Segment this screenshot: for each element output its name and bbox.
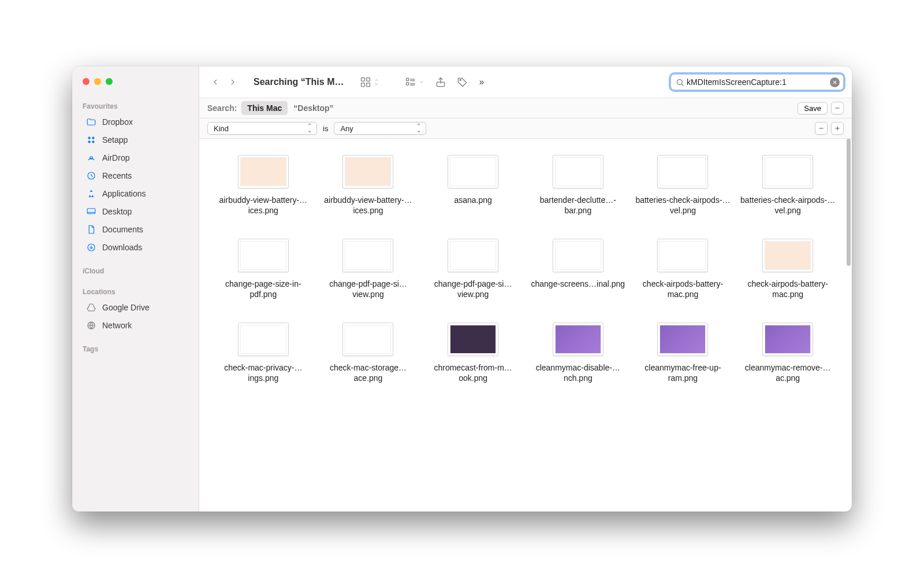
file-name-label: change-pdf-page-si…view.png (424, 279, 522, 299)
forward-button[interactable] (225, 74, 241, 90)
file-thumbnail (553, 239, 603, 272)
file-thumbnail (657, 155, 708, 188)
file-item[interactable]: check-airpods-battery-mac.png (739, 239, 837, 299)
view-chevron-icon (374, 78, 379, 87)
finder-window: FavouritesDropboxSetappAirDropRecentsApp… (72, 66, 852, 512)
window-controls (72, 72, 199, 95)
search-scope-thismac[interactable]: This Mac (241, 101, 288, 115)
add-criteria-button[interactable] (831, 122, 844, 135)
file-item[interactable]: cleanmymac-free-up-ram.png (634, 323, 732, 383)
remove-criteria-button[interactable] (815, 122, 828, 135)
sidebar-item-google-drive[interactable]: Google Drive (76, 299, 195, 316)
zoom-window-button[interactable] (106, 78, 113, 85)
sidebar-section-header: Tags (72, 342, 199, 355)
sidebar-item-documents[interactable]: Documents (76, 221, 195, 238)
svg-point-24 (677, 79, 683, 84)
file-item[interactable]: chromecast-from-m…ook.png (424, 323, 522, 383)
search-icon (676, 78, 684, 87)
results-area[interactable]: airbuddy-view-battery-…ices.pngairbuddy-… (199, 139, 852, 512)
file-thumbnail (448, 323, 498, 356)
criteria-value: Any (340, 124, 353, 133)
toolbar-overflow-button[interactable]: » (478, 75, 485, 90)
file-name-label: cleanmymac-remove-…ac.png (739, 363, 837, 383)
group-by-button[interactable] (404, 74, 426, 90)
file-name-label: batteries-check-airpods-…vel.png (634, 195, 732, 216)
remove-scope-button[interactable] (831, 102, 844, 114)
file-thumbnail (342, 323, 393, 356)
file-item[interactable]: change-screens…inal.png (529, 239, 627, 299)
search-scope-desktop[interactable]: “Desktop” (288, 101, 339, 115)
sidebar-item-label: Downloads (102, 243, 142, 252)
file-thumbnail (448, 155, 498, 188)
file-item[interactable]: change-pdf-page-si…view.png (319, 239, 417, 299)
icon-view-button[interactable] (359, 74, 381, 90)
chevron-down-icon (419, 78, 424, 87)
clear-search-button[interactable] (830, 77, 840, 87)
file-name-label: batteries-check-airpods-…vel.png (739, 195, 837, 216)
sidebar-item-applications[interactable]: Applications (76, 185, 195, 202)
file-name-label: check-airpods-battery-mac.png (739, 279, 837, 299)
file-item[interactable]: cleanmymac-remove-…ac.png (739, 323, 837, 383)
criteria-attribute-popup[interactable]: Kind ⌃⌄ (207, 122, 317, 135)
doc-icon (86, 224, 96, 235)
file-item[interactable]: airbuddy-view-battery-…ices.png (319, 155, 417, 216)
sidebar-item-network[interactable]: Network (76, 317, 195, 334)
svg-rect-16 (407, 78, 409, 80)
file-thumbnail (448, 239, 498, 272)
file-thumbnail (553, 155, 603, 188)
file-item[interactable]: change-page-size-in-pdf.png (214, 239, 312, 299)
network-icon (86, 320, 96, 331)
sidebar-item-dropbox[interactable]: Dropbox (76, 113, 195, 131)
svg-rect-2 (88, 140, 91, 143)
file-item[interactable]: airbuddy-view-battery-…ices.png (214, 155, 312, 216)
file-thumbnail (238, 239, 289, 272)
drive-icon (86, 302, 96, 313)
sidebar-item-recents[interactable]: Recents (76, 167, 195, 184)
file-name-label: cleanmymac-disable-…nch.png (529, 363, 627, 383)
sidebar-item-label: AirDrop (102, 153, 129, 162)
save-search-button[interactable]: Save (798, 102, 828, 114)
sidebar-item-label: Desktop (102, 207, 132, 216)
file-item[interactable]: check-mac-privacy-…ings.png (214, 323, 312, 383)
file-item[interactable]: change-pdf-page-si…view.png (424, 239, 522, 299)
criteria-attribute-value: Kind (214, 124, 229, 133)
setapp-icon (86, 135, 96, 145)
criteria-value-popup[interactable]: Any ⌃⌄ (334, 122, 426, 135)
sidebar-item-setapp[interactable]: Setapp (76, 131, 195, 149)
file-item[interactable]: bartender-declutte…-bar.png (529, 155, 627, 216)
sidebar-item-downloads[interactable]: Downloads (76, 239, 195, 256)
svg-rect-15 (367, 83, 370, 87)
sidebar-item-label: Dropbox (102, 117, 133, 127)
close-window-button[interactable] (83, 78, 90, 85)
sidebar: FavouritesDropboxSetappAirDropRecentsApp… (72, 66, 199, 512)
sidebar-section-header: Locations (72, 284, 199, 298)
sidebar-item-airdrop[interactable]: AirDrop (76, 149, 195, 166)
search-input[interactable] (684, 76, 830, 88)
download-icon (86, 242, 96, 253)
sidebar-section-header: iCloud (72, 264, 199, 277)
file-item[interactable]: check-mac-storage…ace.png (319, 323, 417, 383)
sidebar-item-desktop[interactable]: Desktop (76, 203, 195, 220)
file-thumbnail (342, 239, 393, 272)
sidebar-item-label: Setapp (102, 135, 128, 144)
file-item[interactable]: asana.png (424, 155, 522, 216)
file-item[interactable]: cleanmymac-disable-…nch.png (529, 323, 627, 383)
sidebar-section-header: Favourites (72, 99, 199, 113)
file-name-label: change-pdf-page-si…view.png (319, 279, 417, 299)
file-thumbnail (657, 239, 708, 272)
file-name-label: cleanmymac-free-up-ram.png (634, 363, 732, 383)
file-name-label: check-airpods-battery-mac.png (634, 279, 732, 299)
icon-grid: airbuddy-view-battery-…ices.pngairbuddy-… (199, 139, 852, 406)
tags-button[interactable] (456, 74, 470, 90)
sidebar-item-label: Recents (102, 171, 132, 180)
back-button[interactable] (207, 74, 223, 90)
minimize-window-button[interactable] (94, 78, 101, 85)
file-item[interactable]: check-airpods-battery-mac.png (634, 239, 732, 299)
file-item[interactable]: batteries-check-airpods-…vel.png (739, 155, 837, 216)
file-name-label: asana.png (454, 195, 491, 206)
scrollbar-thumb[interactable] (847, 139, 851, 266)
share-button[interactable] (434, 74, 448, 90)
search-field[interactable] (670, 74, 844, 90)
svg-rect-3 (92, 140, 95, 143)
file-item[interactable]: batteries-check-airpods-…vel.png (634, 155, 732, 216)
